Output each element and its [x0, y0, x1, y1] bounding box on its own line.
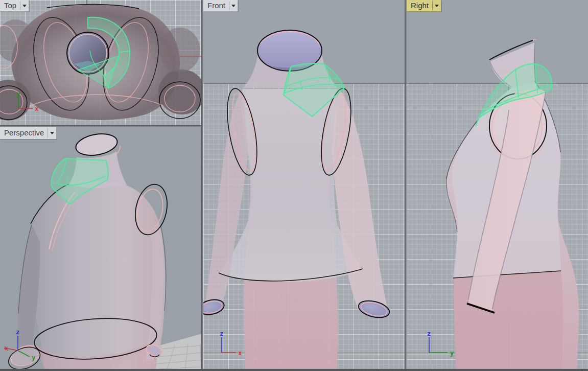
- axis-z-label: z: [16, 329, 19, 336]
- viewport-title-label: Perspective: [0, 127, 48, 139]
- viewport-title-right[interactable]: Right: [407, 0, 441, 12]
- right-axis-icon: z y: [427, 330, 454, 357]
- axis-x-label: x: [35, 105, 38, 112]
- viewport-divider-vertical-1[interactable]: [201, 0, 203, 371]
- viewport-front: z x Front: [203, 0, 405, 371]
- viewport-menu-arrow-icon[interactable]: [229, 0, 238, 11]
- viewport-menu-arrow-icon[interactable]: [20, 0, 29, 11]
- axis-z-label: z: [220, 330, 223, 337]
- viewport-top: y x Top: [0, 0, 201, 125]
- perspective-viewport-canvas[interactable]: z y: [0, 127, 201, 371]
- viewport-title-label: Top: [0, 0, 20, 11]
- window-bottom-edge: [0, 369, 588, 371]
- front-axis-icon: z x: [220, 330, 242, 357]
- axis-z-label: z: [427, 330, 431, 337]
- viewport-grid-layout: y x Top: [0, 0, 588, 371]
- viewport-title-label: Right: [407, 0, 432, 11]
- axis-y-label: y: [16, 90, 20, 98]
- viewport-title-front[interactable]: Front: [203, 0, 238, 12]
- viewport-title-top[interactable]: Top: [0, 0, 29, 12]
- viewport-menu-arrow-icon[interactable]: [48, 127, 56, 139]
- viewport-perspective: z y Perspective: [0, 127, 201, 371]
- axis-x-label: x: [238, 350, 242, 357]
- viewport-title-perspective[interactable]: Perspective: [0, 127, 57, 140]
- right-viewport-canvas[interactable]: z y: [407, 0, 588, 371]
- viewport-menu-arrow-icon[interactable]: [433, 0, 441, 11]
- viewport-divider-vertical-2[interactable]: [405, 0, 407, 371]
- viewport-title-label: Front: [203, 0, 229, 11]
- top-viewport-canvas[interactable]: y x: [0, 0, 201, 125]
- viewport-right: z y Right: [407, 0, 588, 371]
- axis-y-label: y: [32, 354, 35, 361]
- axis-y-label: y: [450, 350, 454, 357]
- front-viewport-canvas[interactable]: z x: [203, 0, 405, 371]
- cplane-origin-marker: [4, 346, 8, 351]
